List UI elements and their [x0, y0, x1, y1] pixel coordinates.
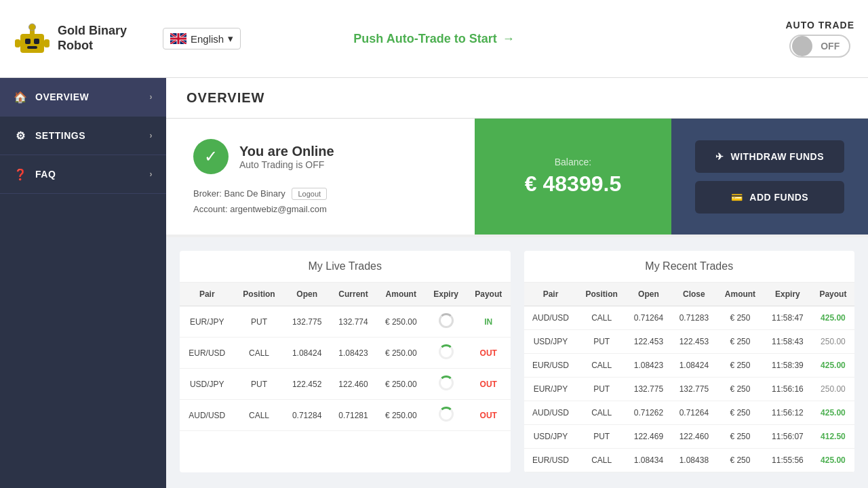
balance-amount: € 48399.5: [525, 171, 621, 197]
cell-payout: OUT: [467, 338, 511, 369]
table-row: EUR/USD CALL 1.08424 1.08423 € 250.00 OU…: [180, 338, 511, 369]
chevron-right-icon: ›: [150, 92, 153, 102]
table-row: EUR/JPY PUT 132.775 132.774 € 250.00 IN: [180, 306, 511, 338]
balance-value: 48399.5: [543, 171, 622, 196]
cell-position: CALL: [577, 401, 625, 425]
arrow-icon: →: [502, 32, 515, 46]
cell-position: PUT: [577, 425, 625, 449]
cell-pair: USD/JPY: [524, 330, 578, 354]
table-row: EUR/USD CALL 1.08423 1.08424 € 250 11:58…: [524, 354, 855, 378]
withdraw-funds-button[interactable]: ✈ WITHDRAW FUNDS: [695, 140, 844, 173]
account-label: Account:: [193, 204, 228, 214]
cell-position: PUT: [577, 378, 625, 401]
cell-position: CALL: [235, 400, 284, 431]
live-trades-container: My Live Trades Pair Position Open Curren…: [180, 251, 511, 472]
cell-open: 1.08424: [283, 338, 330, 369]
cell-amount: € 250.00: [376, 306, 425, 338]
cell-payout: OUT: [467, 369, 511, 400]
cell-amount: € 250: [717, 378, 764, 401]
cell-position: PUT: [235, 369, 284, 400]
cell-pair: USD/JPY: [524, 425, 578, 449]
auto-trading-status: Auto Trading is OFF: [239, 159, 334, 170]
gear-icon: ⚙: [14, 129, 27, 142]
cell-amount: € 250.00: [376, 400, 425, 431]
cell-pair: EUR/JPY: [180, 306, 235, 338]
recent-trades-table: Pair Position Open Close Amount Expiry P…: [524, 283, 855, 472]
table-row: AUD/USD CALL 0.71284 0.71281 € 250.00 OU…: [180, 400, 511, 431]
col-amount: Amount: [376, 283, 425, 306]
uk-flag-icon: [170, 33, 186, 44]
chevron-right-icon: ›: [150, 169, 153, 179]
sidebar-item-overview[interactable]: 🏠 OVERVIEW ›: [0, 78, 166, 117]
cell-open: 122.453: [626, 330, 671, 354]
logo-text: Gold Binary Robot: [58, 24, 127, 53]
language-selector[interactable]: English ▾: [163, 28, 241, 49]
cell-position: PUT: [577, 330, 625, 354]
cell-amount: € 250: [717, 354, 764, 378]
cell-pair: AUD/USD: [524, 306, 578, 330]
recent-trades-container: My Recent Trades Pair Position Open Clos…: [524, 251, 855, 472]
cell-payout: 425.00: [812, 401, 854, 425]
cell-pair: EUR/USD: [524, 449, 578, 472]
cell-pair: AUD/USD: [524, 401, 578, 425]
question-icon: ❓: [14, 167, 27, 181]
auto-trade-area: AUTO TRADE OFF: [785, 20, 854, 58]
cell-current: 132.774: [330, 306, 376, 338]
auto-trade-toggle[interactable]: OFF: [789, 35, 850, 58]
table-row: USD/JPY PUT 122.453 122.453 € 250 11:58:…: [524, 330, 855, 354]
cell-position: PUT: [235, 306, 284, 338]
cell-open: 1.08434: [626, 449, 671, 472]
logout-button[interactable]: Logout: [292, 188, 327, 200]
account-info: Account: argentwebiz@gmail.com: [193, 204, 448, 214]
cell-expiry: 11:58:43: [764, 330, 812, 354]
language-label: English: [191, 33, 224, 45]
cell-current: 0.71281: [330, 400, 376, 431]
cell-pair: EUR/USD: [524, 354, 578, 378]
dropdown-arrow-icon: ▾: [228, 33, 233, 45]
cell-close: 122.453: [671, 330, 717, 354]
cell-current: 1.08423: [330, 338, 376, 369]
add-funds-button[interactable]: 💳 ADD FUNDS: [695, 181, 844, 214]
cell-expiry: [425, 369, 467, 400]
cell-pair: AUD/USD: [180, 400, 235, 431]
cell-close: 122.460: [671, 425, 717, 449]
cell-payout: 412.50: [812, 425, 854, 449]
svg-rect-6: [15, 39, 20, 47]
cell-amount: € 250.00: [376, 369, 425, 400]
table-row: USD/JPY PUT 122.469 122.460 € 250 11:56:…: [524, 425, 855, 449]
live-trades-title: My Live Trades: [180, 251, 511, 283]
cell-open: 0.71262: [626, 401, 671, 425]
sidebar-item-settings[interactable]: ⚙ SETTINGS ›: [0, 117, 166, 155]
sidebar-settings-label: SETTINGS: [35, 130, 85, 141]
cell-close: 1.08438: [671, 449, 717, 472]
sidebar-item-faq[interactable]: ❓ FAQ ›: [0, 155, 166, 194]
cell-payout: 250.00: [812, 378, 854, 401]
cell-payout: 425.00: [812, 354, 854, 378]
account-email: argentwebiz@gmail.com: [230, 204, 327, 214]
table-row: USD/JPY PUT 122.452 122.460 € 250.00 OUT: [180, 369, 511, 400]
cell-open: 132.775: [626, 378, 671, 401]
cell-expiry: 11:55:56: [764, 449, 812, 472]
cell-open: 122.452: [283, 369, 330, 400]
home-icon: 🏠: [14, 90, 27, 104]
broker-label: Broker:: [193, 188, 222, 199]
svg-rect-3: [27, 46, 37, 49]
content-area: OVERVIEW ✓ You are Online Auto Trading i…: [166, 78, 868, 488]
status-section: ✓ You are Online Auto Trading is OFF Bro…: [166, 119, 868, 237]
currency-symbol: €: [525, 171, 537, 196]
send-icon: ✈: [715, 151, 724, 162]
cell-amount: € 250: [717, 449, 764, 472]
svg-rect-0: [20, 34, 44, 53]
col-position: Position: [577, 283, 625, 306]
cell-payout: OUT: [467, 400, 511, 431]
cell-close: 0.71283: [671, 306, 717, 330]
cell-close: 0.71264: [671, 401, 717, 425]
page-title: OVERVIEW: [186, 90, 848, 106]
cell-open: 1.08423: [626, 354, 671, 378]
col-pair: Pair: [180, 283, 235, 306]
svg-rect-7: [44, 39, 50, 47]
cell-amount: € 250: [717, 425, 764, 449]
action-buttons: ✈ WITHDRAW FUNDS 💳 ADD FUNDS: [671, 119, 868, 235]
table-row: EUR/JPY PUT 132.775 132.775 € 250 11:56:…: [524, 378, 855, 401]
chevron-right-icon: ›: [150, 131, 153, 140]
